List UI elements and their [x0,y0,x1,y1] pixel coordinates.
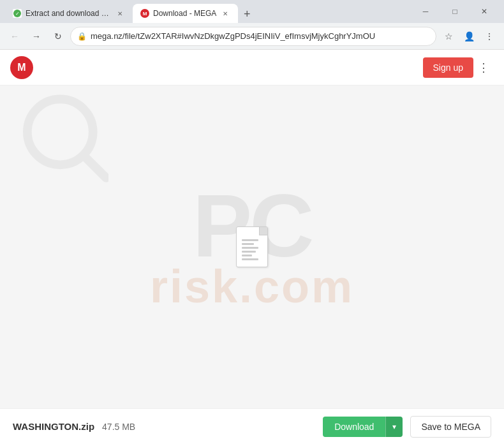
watermark-risk-text: risk.com [150,260,354,313]
tab-1-title: Extract and download audio an... [26,9,111,18]
toolbar-right: ☆ 👤 ⋮ [439,27,499,46]
file-size: 47.5 MB [102,422,135,432]
file-icon-line-6 [242,258,258,260]
address-bar[interactable]: 🔒 mega.nz/file/tZw2XTAR#IwvNzDkgwZgPDs4j… [70,27,436,46]
forward-button[interactable]: → [27,27,46,46]
maximize-button[interactable]: □ [440,1,470,22]
signup-button[interactable]: Sign up [423,57,473,78]
tab-1[interactable]: ✓ Extract and download audio an... ✕ [5,4,133,23]
close-button[interactable]: ✕ [470,1,499,22]
browser-window: ✓ Extract and download audio an... ✕ M D… [0,0,504,444]
file-icon-line-1 [242,239,258,241]
title-bar: ✓ Extract and download audio an... ✕ M D… [0,0,504,23]
checkmark-icon: ✓ [13,10,21,17]
bottom-bar: WASHINGTON.zip 47.5 MB Download ▾ Save t… [0,408,504,444]
bookmark-button[interactable]: ☆ [439,27,458,46]
svg-point-0 [27,99,93,165]
toolbar: ← → ↻ 🔒 mega.nz/file/tZw2XTAR#IwvNzDkgwZ… [0,23,504,50]
tab-2-favicon: M [140,9,149,18]
tab-bar: ✓ Extract and download audio an... ✕ M D… [5,0,411,23]
file-icon-line-5 [242,255,252,256]
file-preview-icon [236,226,268,267]
mega-logo: M [10,56,33,79]
file-icon-line-2 [242,243,254,245]
file-icon-line-3 [242,247,258,249]
mega-header: M Sign up ⋮ [0,50,504,85]
file-icon-lines [237,229,267,265]
page-content: M Sign up ⋮ PC risk.com [0,50,504,444]
file-name: WASHINGTON.zip [13,421,94,432]
download-button[interactable]: Download [323,417,385,437]
back-button[interactable]: ← [5,27,24,46]
window-controls: ─ □ ✕ [411,1,499,22]
save-to-mega-button[interactable]: Save to MEGA [410,416,491,438]
tab-1-close[interactable]: ✕ [115,8,125,18]
menu-button[interactable]: ⋮ [480,27,499,46]
address-text: mega.nz/file/tZw2XTAR#IwvNzDkgwZgPDs4jEI… [91,31,375,41]
watermark-magnifier-icon [19,92,108,194]
download-button-group: Download ▾ [323,417,403,437]
main-content-area: PC risk.com [0,85,504,408]
file-icon-line-4 [242,251,256,253]
download-dropdown-button[interactable]: ▾ [385,417,403,437]
tab-1-favicon: ✓ [13,9,22,18]
header-menu-button[interactable]: ⋮ [473,57,494,78]
tab-2-close[interactable]: ✕ [220,8,230,18]
new-tab-button[interactable]: + [238,5,256,23]
tab-2[interactable]: M Download - MEGA ✕ [133,4,238,23]
reload-button[interactable]: ↻ [48,27,68,46]
svg-line-1 [84,156,106,178]
minimize-button[interactable]: ─ [411,1,440,22]
profile-button[interactable]: 👤 [459,27,478,46]
tab-2-title: Download - MEGA [153,9,216,18]
lock-icon: 🔒 [77,32,87,41]
